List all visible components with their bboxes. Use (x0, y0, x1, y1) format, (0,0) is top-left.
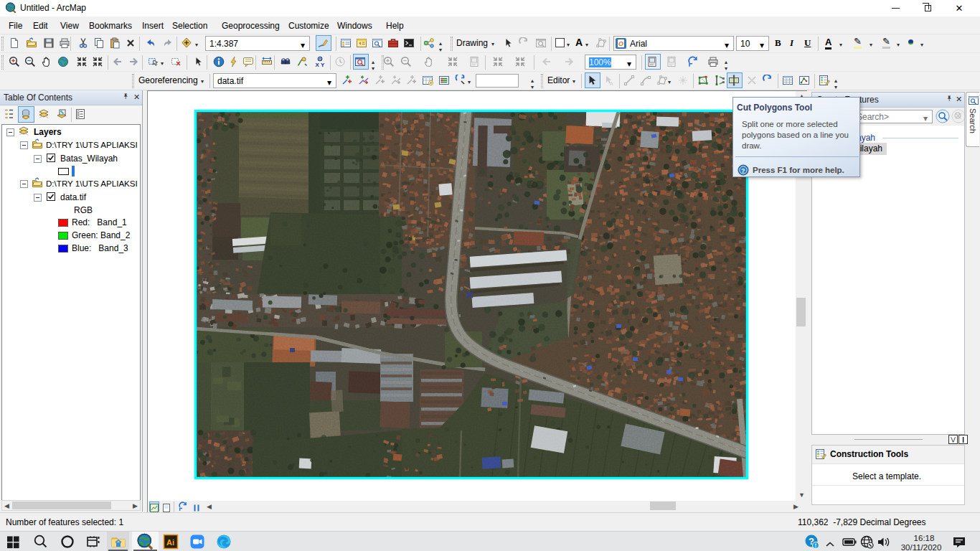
svg-text:X: X (316, 62, 320, 68)
svg-text:?: ? (741, 167, 745, 174)
svg-text:Y: Y (321, 62, 325, 68)
svg-text:A: A (610, 81, 613, 86)
svg-text:Ai: Ai (166, 538, 174, 547)
